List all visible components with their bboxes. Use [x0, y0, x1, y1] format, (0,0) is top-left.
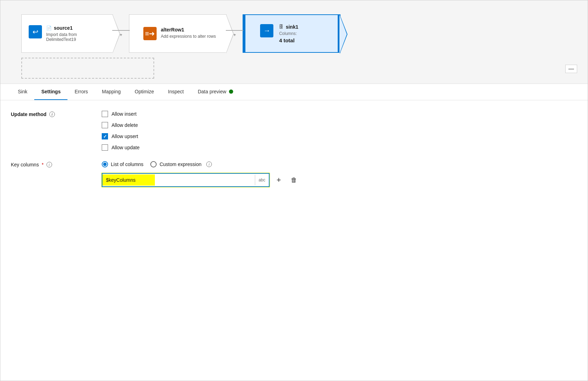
allow-insert-label: Allow insert: [112, 111, 137, 117]
tab-optimize[interactable]: Optimize: [128, 84, 161, 100]
custom-expression-radio[interactable]: [150, 161, 157, 167]
tab-settings[interactable]: Settings: [34, 84, 67, 100]
settings-panel: Update method i Allow insert Allow delet…: [0, 100, 588, 208]
custom-expression-radio-row: Custom expression i: [150, 161, 212, 167]
tab-mapping[interactable]: Mapping: [95, 84, 128, 100]
key-columns-row: Key columns * i List of columns Custom e…: [11, 161, 577, 187]
tab-errors[interactable]: Errors: [67, 84, 95, 100]
zoom-controls: —: [565, 65, 577, 73]
alter-icon: ≡➜: [143, 27, 157, 40]
sink-left-stripe: [243, 15, 245, 52]
sink-icon: →: [260, 24, 273, 37]
allow-delete-checkbox[interactable]: [102, 122, 108, 128]
pipeline-nodes: ↩ 📄 source1 Import data from DelimitedTe…: [11, 7, 577, 53]
key-columns-controls: List of columns Custom expression i $key…: [102, 161, 300, 187]
zoom-minus-button[interactable]: —: [565, 65, 577, 73]
list-of-columns-label: List of columns: [111, 161, 143, 167]
sink-columns-label: Columns:: [279, 31, 298, 36]
allow-update-row: Allow update: [102, 144, 139, 151]
key-columns-info-icon[interactable]: i: [46, 162, 52, 167]
connector-plus-2[interactable]: +: [234, 32, 236, 37]
source-node-desc: Import data from DelimitedText19: [46, 32, 102, 42]
required-marker: *: [42, 162, 43, 167]
allow-upsert-row: Allow upsert: [102, 133, 139, 139]
tabs-bar: Sink Settings Errors Mapping Optimize In…: [0, 84, 588, 100]
key-column-type-indicator: abc: [255, 175, 269, 185]
sink-columns-value: 4 total: [279, 37, 298, 43]
key-column-input-rest[interactable]: [155, 174, 255, 186]
allow-upsert-label: Allow upsert: [112, 134, 138, 139]
allow-update-checkbox[interactable]: [102, 144, 108, 151]
source-icon: ↩: [29, 25, 42, 38]
source-node[interactable]: ↩ 📄 source1 Import data from DelimitedTe…: [21, 14, 113, 53]
key-column-input-wrapper: $keyColumns abc: [102, 173, 270, 187]
list-of-columns-radio-row: List of columns: [102, 161, 143, 167]
sink-node-name: sink1: [286, 24, 298, 30]
connector-line-2: [226, 30, 243, 31]
data-preview-status-dot: [229, 89, 233, 94]
dashed-area: [11, 53, 577, 84]
connector-1: +: [112, 30, 130, 37]
allow-delete-row: Allow delete: [102, 122, 139, 128]
allow-insert-checkbox[interactable]: [102, 111, 108, 117]
add-key-column-button[interactable]: +: [274, 174, 284, 186]
connector-line-1: [112, 30, 130, 31]
alter-row-node[interactable]: ≡➜ alterRow1 Add expressions to alter ro…: [129, 14, 227, 53]
connector-2: +: [226, 30, 243, 37]
connector-plus-1[interactable]: +: [120, 32, 122, 37]
dashed-placeholder-box: [21, 58, 154, 79]
source-node-name: source1: [54, 25, 73, 31]
key-column-input-row: $keyColumns abc + 🗑: [102, 173, 300, 187]
allow-upsert-checkbox[interactable]: [102, 133, 108, 139]
tab-inspect[interactable]: Inspect: [161, 84, 191, 100]
pipeline-area: ↩ 📄 source1 Import data from DelimitedTe…: [0, 0, 588, 84]
tab-sink[interactable]: Sink: [11, 84, 34, 100]
tab-data-preview[interactable]: Data preview: [191, 84, 241, 100]
sink-right-stripe: [338, 14, 340, 53]
key-columns-label: Key columns * i: [11, 161, 88, 167]
custom-expression-label: Custom expression: [159, 161, 201, 167]
allow-insert-row: Allow insert: [102, 111, 139, 117]
sink-node[interactable]: → 🗄 sink1 Columns: 4 total: [243, 14, 340, 53]
update-method-info-icon[interactable]: i: [49, 112, 55, 117]
allow-delete-label: Allow delete: [112, 122, 138, 128]
main-container: ↩ 📄 source1 Import data from DelimitedTe…: [0, 0, 588, 381]
delete-key-column-button[interactable]: 🗑: [288, 175, 300, 185]
custom-expression-info-icon[interactable]: i: [206, 161, 212, 167]
key-column-highlight-wrapper: $keyColumns abc: [102, 173, 270, 187]
alter-node-name: alterRow1: [161, 27, 216, 33]
key-columns-radio-group: List of columns Custom expression i: [102, 161, 300, 167]
allow-update-label: Allow update: [112, 145, 139, 150]
list-of-columns-radio[interactable]: [102, 161, 108, 167]
update-method-label: Update method i: [11, 111, 88, 117]
key-column-value[interactable]: $keyColumns: [102, 174, 155, 186]
update-method-checkboxes: Allow insert Allow delete Allow upsert A…: [102, 111, 139, 151]
update-method-row: Update method i Allow insert Allow delet…: [11, 111, 577, 151]
alter-node-desc: Add expressions to alter rows: [161, 34, 216, 39]
